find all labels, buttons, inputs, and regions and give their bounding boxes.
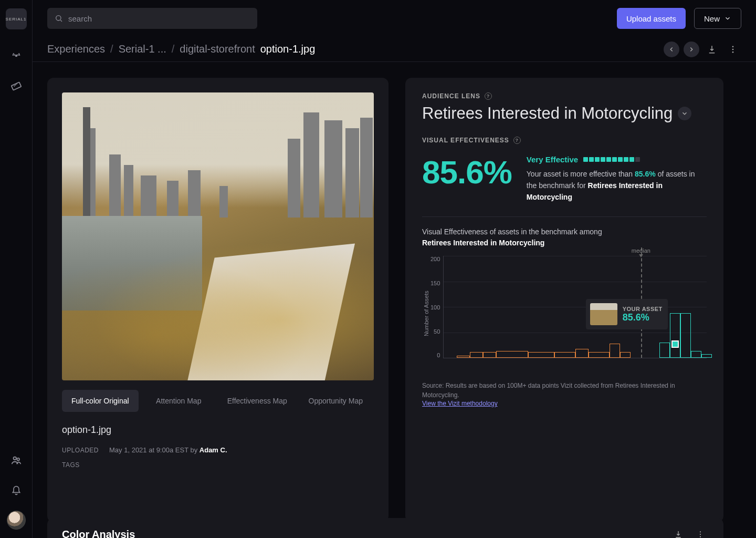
audience-lens-label: AUDIENCE LENS ? [422,92,707,100]
next-button[interactable] [684,42,699,57]
new-button[interactable]: New [694,8,741,29]
uploader-name: Adam C. [200,446,227,454]
asset-card: Full-color Original Attention Map Effect… [47,78,388,522]
crumb-serial1[interactable]: Serial-1 ... [119,43,166,55]
help-icon[interactable]: ? [513,137,521,144]
crumb-sep: / [110,43,113,55]
tags-label: TAGS [62,461,374,469]
ve-description: Your asset is more effective than 85.6% … [527,169,707,203]
more-button[interactable] [724,41,741,58]
search-icon [55,14,63,23]
tab-opportunity-map[interactable]: Opportunity Map [298,390,374,412]
asset-meta: UPLOADED May 1, 2021 at 9:00a EST by Ada… [62,446,374,454]
download-icon [707,45,717,54]
svg-point-8 [700,531,701,532]
tab-effectiveness-map[interactable]: Effectiveness Map [219,390,296,412]
chevron-left-icon [668,46,675,53]
audience-dropdown[interactable] [678,107,691,120]
color-analysis-card: Color Analysis [47,518,723,538]
svg-point-10 [700,536,701,537]
download-button[interactable] [670,526,687,538]
ve-score: 85.6% [422,153,512,203]
broadcast-icon[interactable] [6,45,27,66]
new-button-label: New [704,14,720,23]
crumb-experiences[interactable]: Experiences [47,43,105,55]
svg-point-5 [732,46,734,47]
brand-logo[interactable]: SERIAL1 [6,8,27,29]
svg-point-6 [732,48,734,50]
svg-point-7 [732,51,734,53]
analysis-card: AUDIENCE LENS ? Retirees Interested in M… [405,78,723,522]
chart: Number of Assets 200 150 100 50 0 median… [422,256,707,371]
chevron-right-icon [688,46,695,53]
header-row: Experiences / Serial-1 ... / digital-sto… [33,37,756,62]
more-vertical-icon [728,45,738,54]
upload-assets-button[interactable]: Upload assets [617,8,686,29]
more-button[interactable] [692,526,709,538]
bottom-title: Color Analysis [62,529,135,539]
content: Full-color Original Attention Map Effect… [33,62,756,538]
chart-area: medianYOUR ASSET85.6% [443,256,707,358]
download-button[interactable] [704,41,720,58]
avatar[interactable] [7,511,26,530]
y-axis-label: Number of Assets [422,256,430,371]
uploaded-value: May 1, 2021 at 9:00a EST by Adam C. [109,446,227,454]
methodology-link[interactable]: View the Vizit methodology [422,400,707,407]
chevron-down-icon [681,110,688,117]
team-icon[interactable] [6,450,27,471]
download-icon [674,530,682,538]
main: Upload assets New Experiences / Serial-1… [33,0,756,538]
ve-row: 85.6% Very Effective Your asset is more … [422,153,707,217]
bell-icon[interactable] [6,480,27,501]
search-input[interactable] [68,14,250,23]
asset-preview-image[interactable] [62,92,374,380]
crumb-store[interactable]: digital-storefront [180,43,255,55]
svg-point-9 [700,534,701,535]
svg-rect-1 [11,82,21,90]
svg-point-4 [56,16,61,20]
meter-icon [583,157,640,162]
y-ticks: 200 150 100 50 0 [430,256,443,358]
search-input-wrap[interactable] [47,8,257,29]
topbar: Upload assets New [33,0,756,37]
prev-button[interactable] [664,42,679,57]
breadcrumb: Experiences / Serial-1 ... / digital-sto… [47,43,315,55]
more-vertical-icon [696,530,705,538]
chevron-down-icon [724,15,731,22]
chart-title: Visual Effectiveness of assets in the be… [422,226,707,249]
ve-right: Very Effective Your asset is more effect… [527,153,707,203]
chart-source: Source: Results are based on 100M+ data … [422,381,707,400]
ve-label: VISUAL EFFECTIVENESS ? [422,137,707,144]
left-rail: SERIAL1 [0,0,33,538]
tab-full-color[interactable]: Full-color Original [62,390,139,412]
ve-verdict: Very Effective [527,153,707,165]
help-icon[interactable]: ? [485,92,492,100]
uploaded-label: UPLOADED [62,447,99,454]
view-tabs: Full-color Original Attention Map Effect… [62,390,374,412]
audience-title: Retirees Interested in Motorcycling [422,104,707,123]
crumb-current: option-1.jpg [260,43,316,55]
svg-point-3 [17,458,19,461]
tab-attention-map[interactable]: Attention Map [141,390,217,412]
header-actions [664,41,741,58]
ruler-icon[interactable] [6,76,27,97]
crumb-sep: / [172,43,175,55]
svg-point-2 [13,457,16,460]
asset-filename: option-1.jpg [62,425,374,436]
svg-point-0 [15,55,17,57]
